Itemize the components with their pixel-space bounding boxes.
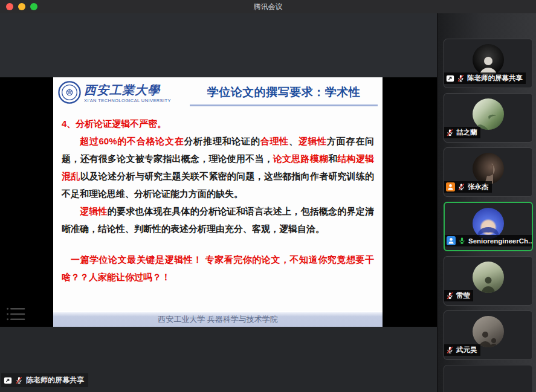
presenter-overlay-label: 陈老师的屏幕共享 bbox=[1, 373, 88, 387]
avatar bbox=[473, 98, 504, 130]
window-title: 腾讯会议 bbox=[0, 2, 536, 12]
participant-name: SeniorengineerCh... bbox=[468, 237, 532, 245]
participant-name-bar: 张永杰 bbox=[444, 181, 492, 193]
slide-paragraph: 4、分析论证逻辑不严密。 bbox=[62, 115, 374, 132]
university-emblem-icon bbox=[58, 81, 81, 106]
mic-muted-icon bbox=[457, 74, 465, 82]
participant-tile[interactable]: 武元昊 bbox=[444, 310, 533, 360]
avatar bbox=[473, 153, 504, 184]
mic-muted-icon bbox=[446, 129, 454, 137]
person-badge-orange-icon bbox=[446, 182, 455, 191]
participant-name: 陈老师的屏幕共享 bbox=[467, 74, 523, 83]
avatar bbox=[473, 262, 504, 293]
title-bar: 腾讯会议 bbox=[0, 0, 536, 13]
avatar bbox=[473, 44, 504, 76]
slide-body: 4、分析论证逻辑不严密。 超过60%的不合格论文在分析推理和论证的合理性、逻辑性… bbox=[53, 108, 383, 311]
zoom-button[interactable] bbox=[30, 3, 37, 10]
participant-name: 张永杰 bbox=[468, 182, 489, 191]
person-badge-blue-icon bbox=[447, 236, 456, 245]
meeting-window: 腾讯会议 bbox=[0, 0, 536, 392]
participant-tile-active-speaker[interactable]: SeniorengineerCh... bbox=[444, 202, 533, 251]
university-name-zh: 西安工業大學 bbox=[84, 84, 171, 96]
presentation-slide: 西安工業大學 XI'AN TECHNOLOGICAL UNIVERSITY 学位… bbox=[53, 77, 383, 327]
shared-screen-stage: 西安工業大學 XI'AN TECHNOLOGICAL UNIVERSITY 学位… bbox=[0, 13, 437, 392]
shared-screen-content: 西安工業大學 XI'AN TECHNOLOGICAL UNIVERSITY 学位… bbox=[0, 77, 437, 327]
mic-muted-icon bbox=[446, 292, 454, 300]
participant-tile[interactable]: 张永杰 bbox=[444, 147, 533, 197]
participants-sidebar: 陈老师的屏幕共享 喆之蘭 bbox=[437, 13, 536, 392]
slide-title: 学位论文的撰写要求：学术性 bbox=[207, 85, 361, 100]
presenter-name: 陈老师的屏幕共享 bbox=[26, 375, 84, 385]
slide-paragraph: 逻辑性的要求也体现在具体的分析论证和语言表述上，包括概念的界定清晰准确，结论性、… bbox=[62, 202, 374, 237]
participant-name-bar: 雷莹 bbox=[444, 290, 473, 301]
slide-paragraph: 一篇学位论文最关键是逻辑性！ 专家看完你的论文，不知道你究竟想要干啥？？人家能让… bbox=[62, 251, 374, 286]
screen-share-icon bbox=[4, 377, 12, 384]
mic-muted-icon bbox=[15, 376, 23, 384]
mic-on-icon bbox=[458, 237, 466, 245]
participant-name: 喆之蘭 bbox=[456, 128, 477, 137]
slide-header: 西安工業大學 XI'AN TECHNOLOGICAL UNIVERSITY 学位… bbox=[53, 77, 383, 108]
participant-name-bar: SeniorengineerCh... bbox=[445, 235, 532, 246]
participant-name-bar: 喆之蘭 bbox=[444, 127, 480, 138]
minimize-button[interactable] bbox=[18, 3, 25, 10]
list-tool-icon[interactable] bbox=[5, 304, 28, 327]
avatar bbox=[473, 316, 504, 347]
participant-name-bar: 陈老师的屏幕共享 bbox=[444, 72, 526, 84]
participant-tile[interactable]: 雷莹 bbox=[444, 256, 533, 306]
mic-muted-icon bbox=[457, 183, 465, 191]
screen-share-icon bbox=[446, 75, 454, 82]
traffic-lights bbox=[6, 3, 37, 10]
participant-tile-partial[interactable] bbox=[444, 365, 533, 392]
participant-tile[interactable]: 喆之蘭 bbox=[444, 93, 533, 143]
slide-footer: 西安工业大学 兵器科学与技术学院 bbox=[53, 311, 383, 327]
close-button[interactable] bbox=[6, 3, 13, 10]
participant-name: 雷莹 bbox=[456, 291, 470, 300]
university-name-en: XI'AN TECHNOLOGICAL UNIVERSITY bbox=[84, 98, 171, 103]
slide-paragraph: 超过60%的不合格论文在分析推理和论证的合理性、逻辑性方面存在问题，还有很多论文… bbox=[62, 132, 374, 202]
participant-tile[interactable]: 陈老师的屏幕共享 bbox=[444, 39, 533, 88]
slide-title-block: 学位论文的撰写要求：学术性 bbox=[190, 80, 378, 106]
participant-name-bar: 武元昊 bbox=[444, 344, 480, 356]
university-logo-block: 西安工業大學 XI'AN TECHNOLOGICAL UNIVERSITY bbox=[58, 80, 190, 108]
participant-name: 武元昊 bbox=[456, 345, 477, 355]
mic-muted-icon bbox=[446, 346, 454, 354]
